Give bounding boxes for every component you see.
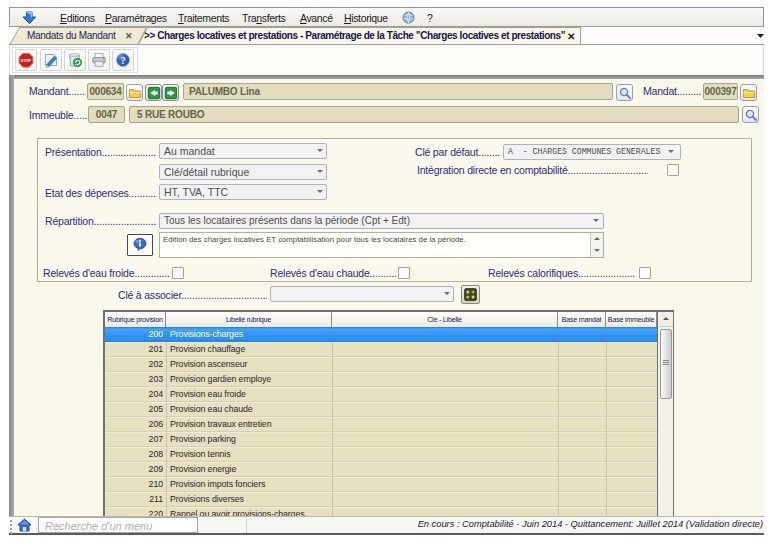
svg-text:STOP: STOP [21, 59, 32, 63]
svg-text:?: ? [120, 55, 125, 66]
